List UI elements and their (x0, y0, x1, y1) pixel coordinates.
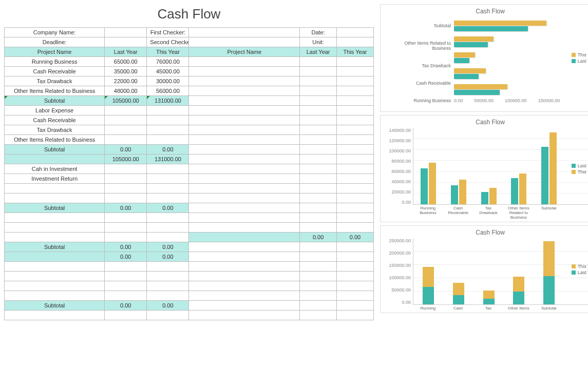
cell[interactable]: Subtotal (5, 96, 105, 106)
cell[interactable]: Project Name (5, 47, 105, 57)
cell[interactable]: Last Year (105, 47, 147, 57)
cell[interactable] (337, 135, 374, 145)
cell[interactable]: Labor Expense (5, 106, 105, 115)
cell[interactable]: Unit: (300, 37, 337, 47)
cell[interactable]: Running Business (5, 57, 105, 67)
cell[interactable] (105, 106, 147, 115)
cell[interactable] (105, 28, 147, 37)
cell[interactable]: 0.00 (300, 233, 337, 242)
cell[interactable] (189, 184, 300, 194)
cell[interactable] (5, 233, 105, 242)
cell[interactable]: 0.00 (147, 203, 189, 213)
cell[interactable] (337, 86, 374, 96)
cell[interactable] (147, 125, 189, 135)
cell[interactable]: Last Year (300, 47, 337, 57)
cell[interactable] (189, 115, 300, 125)
cell[interactable] (337, 67, 374, 76)
cell[interactable]: 45000.00 (147, 67, 189, 76)
cell[interactable] (337, 311, 374, 320)
cell[interactable] (5, 194, 105, 203)
cell[interactable]: First Checker: (147, 28, 189, 37)
cell[interactable]: 0.00 (105, 252, 147, 262)
cell[interactable] (189, 57, 300, 67)
cell[interactable] (337, 96, 374, 106)
cell[interactable] (5, 272, 105, 281)
cell[interactable]: Cash Receivable (5, 115, 105, 125)
cell[interactable]: 0.00 (105, 203, 147, 213)
cell[interactable] (189, 272, 300, 281)
cell[interactable] (300, 281, 337, 291)
cell[interactable]: This Year (147, 47, 189, 57)
cell[interactable]: Cah in Investment (5, 164, 105, 174)
cell[interactable]: 105000.00 (105, 96, 147, 106)
cell[interactable]: 30000.00 (147, 76, 189, 86)
cell[interactable]: 0.00 (147, 145, 189, 154)
cell[interactable] (189, 37, 300, 47)
cell[interactable]: Tax Drawback (5, 125, 105, 135)
cell[interactable] (300, 301, 337, 311)
cell[interactable]: 0.00 (147, 242, 189, 252)
cell[interactable]: 131000.00 (147, 96, 189, 106)
cell[interactable] (147, 233, 189, 242)
cell[interactable] (337, 106, 374, 115)
cell[interactable] (105, 135, 147, 145)
cell[interactable] (5, 184, 105, 194)
cell[interactable] (189, 174, 300, 184)
cell[interactable] (337, 291, 374, 301)
cell[interactable] (337, 154, 374, 164)
cell[interactable] (189, 106, 300, 115)
cell[interactable] (105, 37, 147, 47)
cell[interactable] (147, 194, 189, 203)
cell[interactable] (105, 213, 147, 223)
cell[interactable] (105, 164, 147, 174)
cell[interactable] (300, 291, 337, 301)
cell[interactable] (5, 213, 105, 223)
cell[interactable] (300, 203, 337, 213)
cell[interactable] (189, 203, 300, 213)
cell[interactable] (189, 223, 300, 233)
cell[interactable] (300, 213, 337, 223)
cell[interactable] (147, 174, 189, 184)
cell[interactable] (300, 262, 337, 272)
cell[interactable] (5, 311, 105, 320)
cell[interactable] (105, 311, 147, 320)
cell[interactable] (337, 262, 374, 272)
cell[interactable] (337, 203, 374, 213)
cell[interactable] (189, 311, 300, 320)
cell[interactable] (337, 301, 374, 311)
cell[interactable] (300, 135, 337, 145)
cell[interactable] (105, 233, 147, 242)
cell[interactable] (189, 301, 300, 311)
cell[interactable] (189, 262, 300, 272)
cell[interactable]: 76000.00 (147, 57, 189, 67)
cell[interactable]: 56000.00 (147, 86, 189, 96)
cell[interactable] (5, 262, 105, 272)
cell[interactable] (337, 164, 374, 174)
cell[interactable] (147, 164, 189, 174)
cell[interactable] (337, 184, 374, 194)
cell[interactable] (5, 291, 105, 301)
cell[interactable] (147, 213, 189, 223)
cell[interactable] (337, 194, 374, 203)
cell[interactable] (300, 311, 337, 320)
cell[interactable] (300, 76, 337, 86)
cell[interactable] (337, 28, 374, 37)
cell[interactable] (300, 184, 337, 194)
cell[interactable] (105, 174, 147, 184)
cell[interactable] (189, 135, 300, 145)
cell[interactable] (189, 194, 300, 203)
cell[interactable] (189, 233, 300, 242)
cell[interactable] (337, 223, 374, 233)
cell[interactable] (300, 174, 337, 184)
cell[interactable]: Project Name (189, 47, 300, 57)
cell[interactable] (105, 291, 147, 301)
cell[interactable] (147, 135, 189, 145)
cell[interactable]: Subtotal (5, 301, 105, 311)
cell[interactable] (189, 252, 300, 262)
cell[interactable] (5, 154, 105, 164)
cell[interactable] (105, 262, 147, 272)
cell[interactable] (189, 291, 300, 301)
cell[interactable]: 105000.00 (105, 154, 147, 164)
cell[interactable]: 0.00 (147, 252, 189, 262)
cell[interactable] (300, 115, 337, 125)
